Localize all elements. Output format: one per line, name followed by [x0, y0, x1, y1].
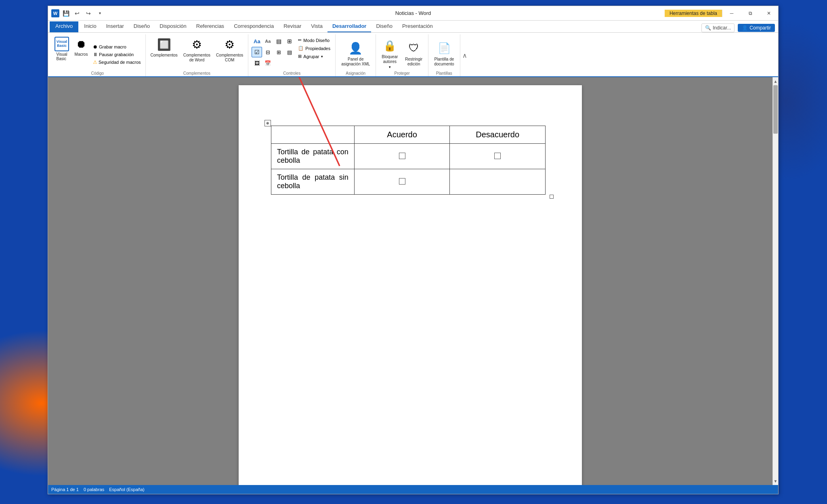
complementos-com-button[interactable]: ⚙ ComplementosCOM	[214, 36, 245, 63]
row2-label-text: Tortilla de patata sin cebolla	[277, 173, 348, 190]
image-icon[interactable]: 🖼	[252, 58, 262, 68]
bloquear-label: Bloquearautores	[382, 55, 398, 64]
table-header-row: Acuerdo Desacuerdo	[271, 126, 546, 144]
vb-label: VisualBasic	[56, 52, 67, 61]
table-row-icon[interactable]: ⊟	[262, 47, 273, 57]
modo-diseno-button[interactable]: ✏ Modo Diseño	[296, 37, 332, 44]
tab-referencias[interactable]: Referencias	[191, 21, 229, 32]
word-icon: W	[51, 9, 59, 17]
table-resize-handle[interactable]	[550, 195, 554, 199]
checkbox-row2-acuerdo[interactable]	[399, 178, 405, 185]
controles-content: Aa Aa ▤ ⊞ ☑ ⊟ ⊞ ▤ 🖼 📅	[252, 36, 332, 71]
aa-small-button[interactable]: Aa	[262, 36, 273, 46]
table-container: ⊕ Acuerdo Desacuerdo	[271, 126, 550, 195]
tab-diseno[interactable]: Diseño	[129, 21, 155, 32]
text-field-icon[interactable]: ▤	[273, 36, 284, 46]
macro-small-buttons: ⏺ Grabar macro ⏸ Pausar grabación ⚠ Segu…	[92, 36, 142, 71]
ribbon-group-proteger: 🔒 Bloquearautores ▾ 🛡 Restringiredición …	[376, 34, 428, 76]
complementos-button[interactable]: 🔲 Complementos	[149, 36, 179, 58]
indicar-button[interactable]: 🔍 Indicar...	[701, 23, 735, 32]
restore-button[interactable]: ⧉	[741, 6, 760, 21]
macros-icon: ⏺	[74, 37, 88, 51]
row1-label-text: Tortilla de patata con cebolla	[277, 148, 348, 164]
seguridad-macros-label: Seguridad de macros	[99, 60, 141, 65]
ribbon-group-complementos: 🔲 Complementos ⚙ Complementosde Word ⚙ C…	[146, 34, 249, 76]
checkbox-row1-acuerdo[interactable]	[399, 153, 405, 159]
save-button[interactable]: 💾	[61, 8, 71, 18]
bloquear-autores-button[interactable]: 🔒 Bloquearautores ▾	[379, 38, 400, 70]
lock-icon: 🔒	[382, 38, 397, 54]
plantilla-documento-button[interactable]: 📄 Plantilla dedocumento	[432, 40, 456, 67]
qat-more-button[interactable]: ▾	[95, 8, 105, 18]
pausar-grabacion-label: Pausar grabación	[99, 52, 134, 57]
restringir-edicion-button[interactable]: 🛡 Restringiredición	[403, 40, 425, 67]
panel-icon: 👤	[348, 41, 363, 56]
minimize-button[interactable]: ─	[722, 6, 741, 21]
row2-acuerdo-cell	[354, 169, 450, 195]
ribbon-collapse-button[interactable]: ∧	[460, 34, 469, 76]
controles-row3: 🖼 📅	[252, 58, 295, 68]
tab-desarrollador[interactable]: Desarrollador	[327, 21, 372, 32]
scroll-thumb[interactable]	[773, 85, 778, 134]
complementos-word-button[interactable]: ⚙ Complementosde Word	[182, 36, 212, 63]
visual-basic-button[interactable]: Visual Basic VisualBasic	[53, 36, 71, 62]
panel-asignacion-button[interactable]: 👤 Panel deasignación XML	[339, 40, 372, 67]
tab-insertar[interactable]: Insertar	[101, 21, 129, 32]
undo-button[interactable]: ↩	[72, 8, 82, 18]
pencil-icon: ✏	[298, 38, 302, 43]
tab-vista[interactable]: Vista	[306, 21, 327, 32]
seguridad-macros-button[interactable]: ⚠ Seguridad de macros	[92, 59, 142, 65]
pausar-grabacion-button[interactable]: ⏸ Pausar grabación	[92, 51, 142, 58]
word-doc-icon: 📄	[437, 41, 452, 56]
scroll-down-button[interactable]: ▼	[773, 477, 778, 485]
controles-row1: Aa Aa ▤ ⊞	[252, 36, 295, 46]
checkbox-icon-active[interactable]: ☑	[252, 47, 262, 57]
complementos-label: Complementos	[151, 53, 178, 57]
combo-icon[interactable]: ▤	[284, 47, 295, 57]
tab-presentacion[interactable]: Presentación	[397, 21, 438, 32]
content-area: ⊕ Acuerdo Desacuerdo	[48, 77, 778, 485]
close-button[interactable]: ✕	[760, 6, 778, 21]
propiedades-button[interactable]: 📋 Propiedades	[296, 45, 332, 52]
scrollbar-vertical[interactable]: ▲ ▼	[772, 77, 778, 485]
complementos-word-label: Complementosde Word	[183, 53, 210, 63]
asignacion-group-label: Asignación	[346, 71, 365, 76]
status-bar: Página 1 de 1 0 palabras Español (España…	[48, 485, 778, 494]
title-bar: W 💾 ↩ ↪ ▾ Noticias - Word Herramientas d…	[48, 6, 778, 21]
row1-acuerdo-cell	[354, 144, 450, 169]
aa-large-button[interactable]: Aa	[252, 36, 262, 46]
tab-disposicion[interactable]: Disposición	[155, 21, 191, 32]
modo-diseno-area: ✏ Modo Diseño 📋 Propiedades ⊞ Agrupar ▾	[296, 36, 332, 60]
table-row-1: Tortilla de patata con cebolla	[271, 144, 546, 169]
title-bar-right: Herramientas de tabla ─ ⧉ ✕	[665, 6, 778, 21]
group-icon: ⊞	[298, 54, 302, 59]
properties-icon: 📋	[298, 46, 304, 51]
complementos-word-icon: ⚙	[189, 37, 204, 52]
compartir-button[interactable]: 👤 Compartir	[738, 24, 775, 32]
tab-correspondencia[interactable]: Correspondencia	[229, 21, 279, 32]
ribbon: Visual Basic VisualBasic ⏺ Macros ⏺ Grab…	[48, 33, 778, 77]
agrupar-button[interactable]: ⊞ Agrupar ▾	[296, 53, 332, 60]
window-controls: ─ ⧉ ✕	[722, 6, 778, 21]
table-grid-icon[interactable]: ⊞	[273, 47, 284, 57]
tab-inicio[interactable]: Inicio	[79, 21, 101, 32]
scroll-up-button[interactable]: ▲	[773, 77, 778, 85]
tab-diseno-tabla[interactable]: Diseño	[371, 21, 397, 32]
redo-button[interactable]: ↪	[84, 8, 93, 18]
date-icon[interactable]: 📅	[262, 58, 273, 68]
checkbox-row1-desacuerdo[interactable]	[494, 153, 501, 159]
complementos-com-label: ComplementosCOM	[216, 53, 243, 63]
dropdown-bloquear-icon: ▾	[389, 65, 391, 69]
ribbon-group-codigo: Visual Basic VisualBasic ⏺ Macros ⏺ Grab…	[50, 34, 146, 76]
compartir-label: Compartir	[749, 25, 771, 31]
person-icon: 👤	[742, 25, 748, 31]
table-icon[interactable]: ⊞	[284, 36, 295, 46]
grabar-macro-button[interactable]: ⏺ Grabar macro	[92, 44, 142, 50]
header-col1	[271, 126, 355, 144]
macros-button[interactable]: ⏺ Macros	[72, 36, 90, 57]
scroll-track	[773, 85, 778, 477]
table-move-handle[interactable]: ⊕	[264, 120, 271, 126]
tab-revisar[interactable]: Revisar	[279, 21, 306, 32]
tab-archivo[interactable]: Archivo	[50, 21, 78, 32]
plantilla-label: Plantilla dedocumento	[434, 57, 454, 67]
